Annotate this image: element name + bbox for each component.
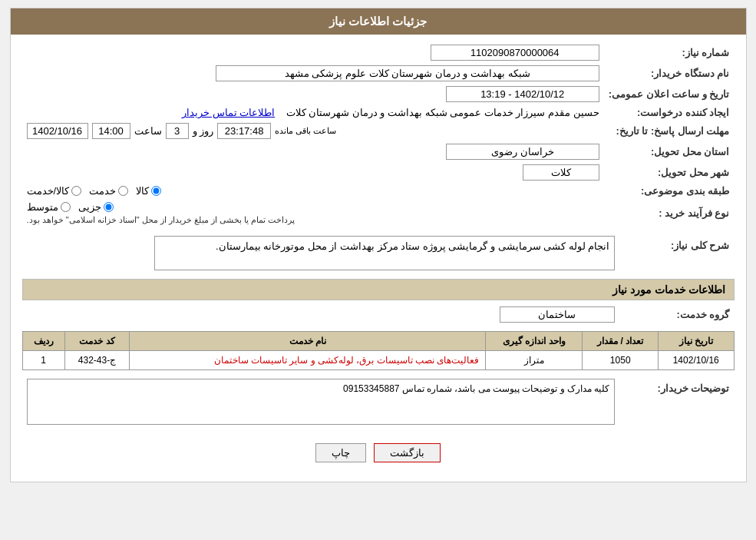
buyer-notes-table: توضیحات خریدار: xyxy=(22,376,735,429)
page-title: جزئیات اطلاعات نیاز xyxy=(329,15,427,28)
col-unit: واحد اندازه گیری xyxy=(486,332,583,351)
table-row: 1402/10/16 1050 متراز فعالیت‌های نصب تاس… xyxy=(22,351,734,370)
need-number-value: 1102090870000064 xyxy=(22,42,604,63)
city-value: کلات xyxy=(523,164,599,181)
cell-service-code: ج-43-432 xyxy=(64,351,130,370)
cell-row-num: 1 xyxy=(22,351,64,370)
description-label: شرح کلی نیاز: xyxy=(619,234,735,273)
back-button[interactable]: بازگشت xyxy=(374,443,441,462)
col-service-name: نام خدمت xyxy=(130,332,486,351)
service-group-label: گروه خدمت: xyxy=(619,304,735,325)
info-table: شماره نیاز: 1102090870000064 نام دستگاه … xyxy=(22,42,735,227)
button-row: بازگشت چاپ xyxy=(22,436,735,474)
category-label: طبقه بندی موضوعی: xyxy=(604,183,735,199)
creator-name: حسین مقدم سیرزار خدمات عمومی شبکه بهداشت… xyxy=(286,107,599,118)
days-value: 3 xyxy=(166,123,189,139)
description-table: شرح کلی نیاز: انجام لوله کشی سرمایشی و گ… xyxy=(22,234,735,273)
buyer-org-input: شبکه بهداشت و درمان شهرستان کلات علوم پز… xyxy=(216,65,599,81)
category-khedmat-label: خدمت xyxy=(89,185,116,197)
province-value: خراسان رضوی xyxy=(446,144,599,160)
purchase-jozee-option[interactable]: جزیی xyxy=(78,201,114,213)
purchase-type-radio-group: متوسط جزیی xyxy=(27,201,114,213)
col-quantity: تعداد / مقدار xyxy=(583,332,658,351)
col-service-code: کد خدمت xyxy=(64,332,130,351)
announce-datetime-label: تاریخ و ساعت اعلان عمومی: xyxy=(604,84,735,104)
cell-quantity: 1050 xyxy=(583,351,658,370)
need-number-input: 1102090870000064 xyxy=(431,45,599,61)
services-section-header: اطلاعات خدمات مورد نیاز xyxy=(22,279,735,300)
description-value: انجام لوله کشی سرمایشی و گرمایشی پروژه س… xyxy=(154,236,615,270)
purchase-motavsat-radio[interactable] xyxy=(61,202,71,212)
page-header: جزئیات اطلاعات نیاز xyxy=(11,8,746,35)
category-kala-khedmat-option[interactable]: کالا/خدمت xyxy=(27,185,82,197)
purchase-type-label: نوع فرآیند خرید : xyxy=(604,199,735,227)
remaining-time-label: ساعت باقی مانده xyxy=(275,126,336,136)
service-group-table: گروه خدمت: ساختمان xyxy=(22,304,735,325)
announce-datetime-input: 1402/10/12 - 13:19 xyxy=(446,86,599,102)
category-khedmat-option[interactable]: خدمت xyxy=(89,185,128,197)
cell-service-name: فعالیت‌های نصب تاسیسات برق، لوله‌کشی و س… xyxy=(130,351,486,370)
remaining-time-value: 23:17:48 xyxy=(217,123,271,139)
creator-label: ایجاد کننده درخواست: xyxy=(604,104,735,121)
buyer-org-label: نام دستگاه خریدار: xyxy=(604,63,735,84)
buyer-notes-textarea[interactable] xyxy=(27,379,615,425)
category-kala-khedmat-radio[interactable] xyxy=(71,186,81,196)
cell-need-date: 1402/10/16 xyxy=(658,351,734,370)
buyer-notes-label: توضیحات خریدار: xyxy=(619,376,735,429)
purchase-type-note: پرداخت تمام یا بخشی از مبلغ خریدار از مح… xyxy=(27,215,295,225)
deadline-date-value: 1402/10/16 xyxy=(27,123,88,139)
buyer-org-value: شبکه بهداشت و درمان شهرستان کلات علوم پز… xyxy=(22,63,604,84)
send-deadline-label: مهلت ارسال پاسخ: تا تاریخ: xyxy=(604,121,735,141)
category-radio-group: کالا/خدمت خدمت کالا xyxy=(27,185,599,197)
and-label: روز و xyxy=(193,125,214,137)
services-table: تاریخ نیاز تعداد / مقدار واحد اندازه گیر… xyxy=(22,331,735,370)
purchase-jozee-radio[interactable] xyxy=(104,202,114,212)
cell-unit: متراز xyxy=(486,351,583,370)
category-kala-option[interactable]: کالا xyxy=(136,185,161,197)
service-group-value: ساختمان xyxy=(500,306,615,323)
city-label: شهر محل تحویل: xyxy=(604,162,735,183)
province-label: استان محل تحویل: xyxy=(604,141,735,162)
purchase-motavsat-option[interactable]: متوسط xyxy=(27,201,71,213)
creator-link[interactable]: اطلاعات تماس خریدار xyxy=(182,107,275,118)
print-button[interactable]: چاپ xyxy=(315,443,366,462)
category-kala-khedmat-label: کالا/خدمت xyxy=(27,185,70,197)
page-content: شماره نیاز: 1102090870000064 نام دستگاه … xyxy=(11,35,746,482)
main-container: جزئیات اطلاعات نیاز شماره نیاز: 11020908… xyxy=(10,8,747,482)
category-kala-label: کالا xyxy=(136,185,149,197)
deadline-time-value: 14:00 xyxy=(92,123,130,139)
purchase-jozee-label: جزیی xyxy=(78,201,101,213)
col-row-num: ردیف xyxy=(22,332,64,351)
category-kala-radio[interactable] xyxy=(151,186,161,196)
time-label: ساعت xyxy=(134,125,162,137)
category-khedmat-radio[interactable] xyxy=(118,186,128,196)
need-number-label: شماره نیاز: xyxy=(604,42,735,63)
purchase-motavsat-label: متوسط xyxy=(27,201,58,213)
col-need-date: تاریخ نیاز xyxy=(658,332,734,351)
